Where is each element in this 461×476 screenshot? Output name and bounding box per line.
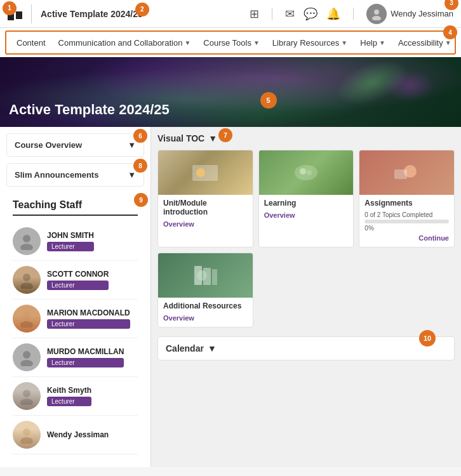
card-additional-resources[interactable]: Additional Resources Overview <box>157 253 253 327</box>
card-thumbnail-icon <box>189 263 221 288</box>
staff-info-wendy: Wendy Jessiman <box>47 430 109 439</box>
staff-name-john: JOHN SMITH <box>47 231 94 240</box>
course-title: Active Template 2024/25 <box>41 9 143 19</box>
nav-course-tools[interactable]: Course Tools ▼ <box>198 34 265 51</box>
staff-avatar-keith <box>13 382 41 410</box>
staff-role-john: Lecturer <box>47 242 94 251</box>
svg-point-16 <box>295 165 317 180</box>
slim-announcements-arrow: ▼ <box>128 170 136 180</box>
icon-divider-2 <box>353 8 354 20</box>
svg-point-7 <box>20 321 33 327</box>
user-menu[interactable]: 3 Wendy Jessiman <box>366 4 453 24</box>
card-body-unit: Unit/Module introduction Overview <box>158 195 253 233</box>
bell-icon[interactable]: 🔔 <box>326 7 340 21</box>
svg-point-9 <box>20 360 33 366</box>
course-overview-arrow: ▼ <box>128 140 136 150</box>
staff-name-wendy: Wendy Jessiman <box>47 430 109 439</box>
visual-toc-label: Visual TOC <box>157 133 204 143</box>
chat-icon[interactable]: 💬 <box>304 7 317 21</box>
staff-item: Keith Smyth Lecturer <box>13 377 138 416</box>
annotation-7: 7 <box>218 128 232 142</box>
card-img-assignments <box>359 150 454 195</box>
staff-avatar-scott <box>13 266 41 294</box>
staff-role-scott: Lecturer <box>47 281 109 290</box>
staff-item: SCOTT CONNOR Lecturer <box>13 261 138 300</box>
hero-banner: 5 Active Template 2024/25 <box>0 57 461 127</box>
svg-rect-14 <box>192 165 218 181</box>
hero-title: Active Template 2024/25 <box>9 102 170 118</box>
user-name: Wendy Jessiman <box>391 9 453 18</box>
aurora-purple <box>385 70 436 102</box>
annotation-6: 6 <box>133 129 147 143</box>
nav-library[interactable]: Library Resources ▼ <box>267 34 352 51</box>
svg-point-3 <box>20 244 33 250</box>
card-continue-assignments[interactable]: Continue <box>364 234 449 242</box>
annotation-5: 5 <box>260 92 277 109</box>
slim-announcements-label: Slim Announcements <box>15 170 98 180</box>
logo-divider <box>31 4 32 23</box>
svg-point-1 <box>372 16 381 20</box>
visual-toc-toggle[interactable]: Visual TOC ▼ <box>157 133 217 143</box>
empty-grid-cell-2 <box>359 253 455 327</box>
staff-info-marion: MARION MACDONALD Lecturer <box>47 308 130 329</box>
nav-communication[interactable]: Communication and Collaboration ▼ <box>53 34 196 51</box>
svg-point-15 <box>196 168 205 177</box>
card-progress-assignments: 0 of 2 Topics Completed 0% <box>364 211 449 232</box>
card-body-learning: Learning Overview <box>259 195 354 224</box>
card-unit-module[interactable]: Unit/Module introduction Overview <box>157 150 253 248</box>
annotation-2: 2 <box>135 3 149 17</box>
staff-avatar-murdo <box>13 343 41 371</box>
icon-divider-1 <box>272 8 272 20</box>
svg-point-17 <box>300 168 306 175</box>
staff-role-murdo: Lecturer <box>47 358 124 367</box>
cards-grid: Unit/Module introduction Overview Learni… <box>157 150 455 248</box>
nav-bar: Content Communication and Collaboration … <box>5 30 456 55</box>
card-thumbnail-icon <box>290 160 322 185</box>
card-title-assignments: Assignments <box>364 199 449 208</box>
card-body-assignments: Assignments 0 of 2 Topics Completed 0% C… <box>359 195 454 247</box>
empty-grid-cell-1 <box>258 253 354 327</box>
staff-avatar-wendy <box>13 421 41 449</box>
card-learning[interactable]: Learning Overview <box>258 150 354 248</box>
calendar-section: Calendar ▼ <box>157 336 455 360</box>
svg-rect-20 <box>394 169 407 179</box>
card-overview-learning[interactable]: Overview <box>264 211 349 219</box>
annotation-10: 10 <box>419 330 436 347</box>
annotation-9: 9 <box>134 193 148 207</box>
card-overview-unit[interactable]: Overview <box>163 220 248 228</box>
staff-avatar-john <box>13 227 41 255</box>
card-body-resources: Additional Resources Overview <box>158 298 253 327</box>
logo-area: 1 2 Active Template 2024/25 <box>8 4 143 23</box>
grid-icon[interactable]: ⊞ <box>250 7 259 21</box>
staff-info-murdo: MURDO MACMILLAN Lecturer <box>47 347 124 367</box>
svg-point-4 <box>23 274 30 281</box>
main-content: 6 Course Overview ▼ 8 Slim Announcements… <box>0 127 461 467</box>
card-img-learning <box>259 150 354 195</box>
nav-content[interactable]: Content <box>11 34 51 51</box>
teaching-staff-section: Teaching Staff JOHN SMITH Lecturer <box>6 193 144 461</box>
progress-label: 0 of 2 Topics Completed <box>364 211 449 218</box>
card-overview-resources[interactable]: Overview <box>163 314 248 322</box>
top-icons: ⊞ ✉ 💬 🔔 3 Wendy Jessiman <box>250 4 453 24</box>
slim-announcements-section: 8 Slim Announcements ▼ <box>6 163 144 187</box>
slim-announcements-toggle[interactable]: Slim Announcements ▼ <box>7 164 144 186</box>
nav-help[interactable]: Help ▼ <box>355 34 391 51</box>
card-title-learning: Learning <box>264 199 349 208</box>
course-overview-toggle[interactable]: Course Overview ▼ <box>7 134 144 156</box>
user-avatar <box>366 4 387 24</box>
silhouette-icon <box>18 310 36 327</box>
right-panel: 7 Visual TOC ▼ Unit/Module introduction … <box>151 127 461 467</box>
staff-item: MARION MACDONALD Lecturer <box>13 300 138 338</box>
svg-point-18 <box>307 170 312 175</box>
svg-point-5 <box>20 282 33 289</box>
silhouette-icon <box>18 232 36 250</box>
silhouette-icon <box>18 387 36 405</box>
card-assignments[interactable]: Assignments 0 of 2 Topics Completed 0% C… <box>359 150 455 248</box>
staff-item: Wendy Jessiman <box>13 416 138 454</box>
calendar-toggle[interactable]: Calendar ▼ <box>158 337 454 360</box>
email-icon[interactable]: ✉ <box>285 7 295 21</box>
nav-arrow-library: ▼ <box>341 39 347 46</box>
svg-point-8 <box>23 351 30 359</box>
nav-arrow-help: ▼ <box>379 39 385 46</box>
staff-avatar-marion <box>13 305 41 333</box>
